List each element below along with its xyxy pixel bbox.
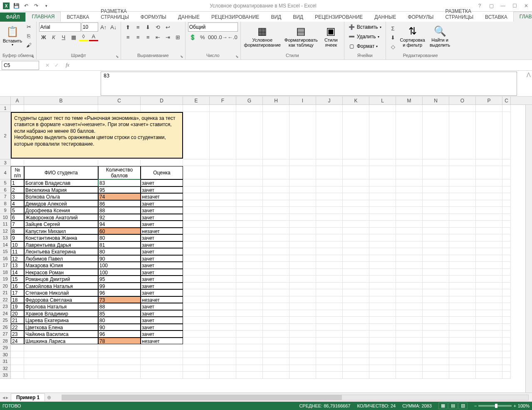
note-cell[interactable]: Студенты сдают тест по теме «Рыночная эк… — [11, 112, 183, 159]
launcher-icon[interactable]: ⬊ — [235, 55, 239, 59]
cell[interactable] — [423, 344, 449, 351]
cell[interactable]: 12 — [11, 255, 24, 262]
cell[interactable] — [502, 372, 511, 379]
cell[interactable]: 60 — [98, 228, 141, 235]
cell[interactable]: № п/п — [11, 166, 24, 179]
cell[interactable]: зачет — [141, 214, 183, 221]
row-header[interactable]: 24 — [0, 310, 11, 317]
cell[interactable] — [24, 351, 98, 358]
cell[interactable]: 14 — [11, 269, 24, 276]
decrease-decimal-icon[interactable]: ←.0 — [228, 33, 237, 41]
cell[interactable] — [263, 324, 290, 331]
cell[interactable] — [396, 338, 423, 345]
cell[interactable] — [183, 324, 210, 331]
cell[interactable] — [263, 193, 290, 200]
cell[interactable] — [316, 207, 343, 214]
row-header[interactable]: 16 — [0, 255, 11, 262]
cell[interactable] — [423, 338, 449, 345]
cell[interactable] — [369, 289, 396, 296]
cell[interactable] — [396, 228, 423, 235]
cell[interactable] — [343, 105, 369, 112]
sheet-nav-prev-icon[interactable]: ◂ — [2, 395, 5, 400]
cell[interactable] — [210, 269, 236, 276]
cell[interactable]: Оценка — [141, 166, 183, 179]
cell[interactable] — [263, 296, 290, 303]
row-header[interactable]: 6 — [0, 186, 11, 194]
cell[interactable] — [396, 351, 423, 358]
cell[interactable] — [396, 166, 423, 179]
cell[interactable] — [449, 214, 476, 221]
orientation-icon[interactable]: ⟲ — [153, 23, 163, 31]
row-header[interactable]: 25 — [0, 317, 11, 324]
cell[interactable] — [183, 179, 210, 186]
cell[interactable] — [502, 296, 511, 303]
tab-формулы[interactable]: ФОРМУЛЫ — [402, 12, 439, 22]
cell[interactable] — [263, 166, 290, 179]
cell[interactable] — [210, 159, 236, 166]
cell[interactable] — [502, 166, 511, 179]
cell[interactable] — [236, 365, 263, 372]
number-format-select[interactable] — [188, 22, 238, 32]
row-header[interactable]: 33 — [0, 372, 11, 379]
delete-cells-button[interactable]: ➖Удалить▾ — [347, 32, 383, 41]
cell[interactable] — [396, 283, 423, 290]
cell[interactable] — [141, 159, 183, 166]
formula-expand-icon[interactable]: ⋀ — [525, 71, 532, 96]
cell[interactable]: Федорова Светлана — [24, 296, 98, 303]
cell[interactable] — [263, 338, 290, 345]
ribbon-tab[interactable]: ДАННЫЕ — [172, 12, 205, 22]
cell[interactable] — [476, 159, 502, 166]
cell[interactable] — [449, 296, 476, 303]
cell[interactable] — [423, 248, 449, 255]
cell[interactable] — [343, 303, 369, 310]
cell[interactable] — [316, 166, 343, 179]
cell[interactable] — [183, 344, 210, 351]
tab-разметка страницы[interactable]: РАЗМЕТКА СТРАНИЦЫ — [439, 7, 479, 22]
cell[interactable] — [183, 303, 210, 310]
cell[interactable] — [24, 344, 98, 351]
cell[interactable] — [183, 248, 210, 255]
cell[interactable]: 21 — [11, 317, 24, 324]
cell[interactable] — [263, 344, 290, 351]
cell[interactable] — [502, 310, 511, 317]
cell[interactable] — [423, 193, 449, 200]
cell[interactable] — [263, 317, 290, 324]
cell[interactable] — [476, 372, 502, 379]
cell[interactable] — [343, 214, 369, 221]
cell[interactable] — [11, 358, 24, 365]
cell[interactable] — [423, 276, 449, 283]
cell[interactable]: Цветкова Елена — [24, 324, 98, 331]
cell[interactable] — [502, 255, 511, 262]
cell[interactable] — [316, 228, 343, 235]
cell[interactable] — [263, 330, 290, 338]
cell[interactable] — [343, 200, 369, 207]
cell[interactable] — [396, 214, 423, 221]
cell[interactable] — [396, 296, 423, 303]
view-pagebreak-icon[interactable]: ▧ — [458, 403, 468, 409]
cell[interactable] — [343, 248, 369, 255]
insert-cells-button[interactable]: ➕Вставить▾ — [347, 22, 383, 32]
cell[interactable] — [316, 255, 343, 262]
cell[interactable] — [369, 112, 396, 159]
column-header[interactable]: O — [449, 97, 476, 104]
cell[interactable] — [290, 262, 316, 269]
align-top-icon[interactable]: ⬆ — [124, 23, 133, 31]
cell[interactable] — [183, 269, 210, 276]
cell[interactable]: 96 — [98, 330, 141, 338]
increase-font-icon[interactable]: A↑ — [99, 23, 108, 31]
cell-styles-button[interactable]: ▣ Стили ячеек — [321, 22, 341, 51]
cell[interactable] — [316, 105, 343, 112]
tab-главная[interactable]: ГЛАВНАЯ — [513, 12, 532, 22]
cell[interactable] — [290, 105, 316, 112]
cell[interactable]: зачет — [141, 234, 183, 241]
cell[interactable] — [423, 351, 449, 358]
cell[interactable] — [290, 186, 316, 194]
column-header[interactable]: N — [423, 97, 449, 104]
cell[interactable]: зачет — [141, 283, 183, 290]
cell[interactable] — [449, 228, 476, 235]
row-header[interactable]: 13 — [0, 234, 11, 241]
cell[interactable] — [423, 317, 449, 324]
cell[interactable] — [290, 207, 316, 214]
cell[interactable] — [343, 330, 369, 338]
cell[interactable] — [396, 269, 423, 276]
